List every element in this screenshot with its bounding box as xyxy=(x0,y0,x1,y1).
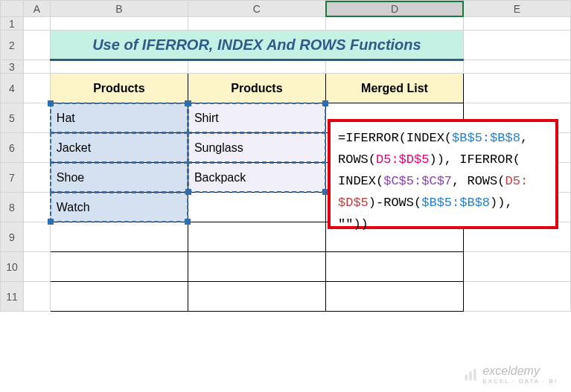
col-header-C[interactable]: C xyxy=(188,1,325,17)
row-header-1[interactable]: 1 xyxy=(1,17,24,30)
cell-A5[interactable] xyxy=(23,103,50,133)
cell-E11[interactable] xyxy=(464,282,571,312)
cell-E1[interactable] xyxy=(464,17,571,30)
fn-rows-2: ROWS xyxy=(467,174,497,188)
watermark-text: exceldemy xyxy=(482,364,558,378)
cell-E3[interactable] xyxy=(464,60,571,74)
row-header-8[interactable]: 8 xyxy=(1,193,24,222)
cell-B8[interactable]: Watch xyxy=(50,193,188,222)
cell-C3[interactable] xyxy=(188,60,325,74)
column-headers: A B C D E xyxy=(1,1,571,17)
cell-A2[interactable] xyxy=(23,30,50,60)
fn-iferror-1: IFERROR xyxy=(345,131,398,145)
row-header-9[interactable]: 9 xyxy=(1,222,24,252)
cell-C7[interactable]: Backpack xyxy=(188,163,325,193)
cell-B1[interactable] xyxy=(50,17,188,30)
col-header-A[interactable]: A xyxy=(23,1,50,17)
cell-B7[interactable]: Shoe xyxy=(50,163,188,193)
row-header-2[interactable]: 2 xyxy=(1,30,24,60)
cell-C6[interactable]: Sunglass xyxy=(188,133,325,163)
title-cell[interactable]: Use of IFERROR, INDEX And ROWS Functions xyxy=(50,30,463,60)
cell-value: Hat xyxy=(57,112,75,124)
cell-A11[interactable] xyxy=(23,282,50,312)
cell-value: Shirt xyxy=(194,112,219,124)
cell-value: Watch xyxy=(57,201,90,213)
cell-C8[interactable] xyxy=(188,193,325,222)
cell-D3[interactable] xyxy=(325,60,463,74)
ref-d5d5-1: D5:$D$5 xyxy=(376,152,429,167)
ref-b5b8-1: $B$5:$B$8 xyxy=(452,131,520,145)
chart-icon xyxy=(463,367,478,382)
cell-A9[interactable] xyxy=(23,222,50,252)
header-products-b[interactable]: Products xyxy=(50,74,188,103)
cell-C1[interactable] xyxy=(188,17,325,30)
ref-c5c7: $C$5:$C$7 xyxy=(383,174,452,188)
fn-rows-3: ROWS xyxy=(383,196,414,210)
cell-A3[interactable] xyxy=(23,60,50,74)
svg-rect-0 xyxy=(465,375,468,381)
cell-D1[interactable] xyxy=(325,17,463,30)
cell-B9[interactable] xyxy=(50,222,188,252)
svg-rect-1 xyxy=(470,371,472,381)
cell-B10[interactable] xyxy=(50,252,188,282)
select-all-corner[interactable] xyxy=(1,1,24,17)
cell-D11[interactable] xyxy=(325,282,463,312)
cell-B11[interactable] xyxy=(50,282,188,312)
header-merged-list[interactable]: Merged List xyxy=(325,74,463,103)
cell-B5[interactable]: Hat xyxy=(50,103,188,133)
cell-C5[interactable]: Shirt xyxy=(188,103,325,133)
cell-A8[interactable] xyxy=(23,193,50,222)
fn-iferror-2: IFERROR xyxy=(459,152,512,167)
cell-E2[interactable] xyxy=(464,30,571,60)
cell-B3[interactable] xyxy=(50,60,188,74)
watermark-sub: EXCEL · DATA · BI xyxy=(482,378,558,385)
fn-index-2: INDEX xyxy=(338,174,376,188)
row-header-4[interactable]: 4 xyxy=(1,74,24,103)
cell-A10[interactable] xyxy=(23,252,50,282)
ref-d5-part2: $D$5 xyxy=(338,196,369,210)
row-header-10[interactable]: 10 xyxy=(1,252,24,282)
formula-equals: = xyxy=(338,131,345,145)
row-header-3[interactable]: 3 xyxy=(1,60,24,74)
col-header-E[interactable]: E xyxy=(464,1,571,17)
svg-rect-2 xyxy=(474,368,476,380)
col-header-B[interactable]: B xyxy=(50,1,188,17)
formula-callout: =IFERROR(INDEX($B$5:$B$8, ROWS(D5:$D$5))… xyxy=(328,119,558,229)
cell-B6[interactable]: Jacket xyxy=(50,133,188,163)
fn-rows-1: ROWS xyxy=(338,152,369,167)
watermark: exceldemy EXCEL · DATA · BI xyxy=(463,364,558,385)
cell-E10[interactable] xyxy=(464,252,571,282)
col-header-D[interactable]: D xyxy=(325,1,463,17)
cell-D10[interactable] xyxy=(325,252,463,282)
cell-A7[interactable] xyxy=(23,163,50,193)
row-header-7[interactable]: 7 xyxy=(1,163,24,193)
ref-d5-part: D5 xyxy=(505,174,520,188)
cell-A6[interactable] xyxy=(23,133,50,163)
cell-C9[interactable] xyxy=(188,222,325,252)
row-header-5[interactable]: 5 xyxy=(1,103,24,133)
cell-C10[interactable] xyxy=(188,252,325,282)
header-products-c[interactable]: Products xyxy=(188,74,325,103)
cell-value: Backpack xyxy=(194,171,246,184)
row-header-11[interactable]: 11 xyxy=(1,282,24,312)
cell-A4[interactable] xyxy=(23,74,50,103)
row-header-6[interactable]: 6 xyxy=(1,133,24,163)
cell-A1[interactable] xyxy=(23,17,50,30)
cell-C11[interactable] xyxy=(188,282,325,312)
ref-b5b8-2: $B$5:$B$8 xyxy=(421,196,490,210)
fn-index-1: INDEX xyxy=(406,131,444,145)
cell-E4[interactable] xyxy=(464,74,571,103)
